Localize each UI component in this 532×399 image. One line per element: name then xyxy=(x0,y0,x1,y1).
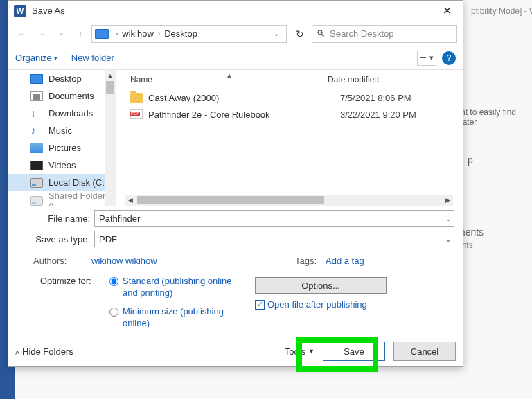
scrollbar-thumb[interactable] xyxy=(137,196,324,204)
checkbox-icon: ✓ xyxy=(255,300,265,310)
nav-row: ← → ▾ ↑ › wikihow › Desktop ⌄ ↻ 🔍︎ Searc… xyxy=(8,21,463,46)
sidebar-item-label: Local Disk (C:) xyxy=(48,177,107,188)
filename-dropdown-icon[interactable]: ⌄ xyxy=(445,215,451,222)
help-button[interactable]: ? xyxy=(442,51,456,65)
location-root-icon xyxy=(95,29,109,39)
pictures-icon xyxy=(30,143,43,153)
sidebar-item-label: Pictures xyxy=(48,143,81,153)
back-button[interactable]: ← xyxy=(14,26,30,42)
radio-label: Standard (publishing online and printing… xyxy=(123,276,240,299)
recent-dropdown[interactable]: ▾ xyxy=(53,26,69,42)
sidebar-item-local-disk[interactable]: Local Disk (C:) xyxy=(8,174,116,191)
file-name: Pathfinder 2e - Core Rulebook xyxy=(148,109,340,120)
music-icon: ♪ xyxy=(30,126,43,136)
authors-label: Authors: xyxy=(33,256,91,266)
filename-input[interactable]: Pathfinder ⌄ xyxy=(94,210,454,227)
save-type-select[interactable]: PDF ⌄ xyxy=(94,231,454,247)
radio-input[interactable] xyxy=(109,308,118,317)
save-type-dropdown-icon[interactable]: ⌄ xyxy=(445,236,451,243)
chevron-down-icon: ▼ xyxy=(308,348,314,355)
sidebar-item-label: Music xyxy=(48,125,72,136)
sidebar-item-downloads[interactable]: ↓ Downloads xyxy=(8,105,116,122)
sidebar-item-documents[interactable]: Documents xyxy=(8,87,116,105)
network-folder-icon xyxy=(30,196,43,206)
sidebar-item-shared-folders[interactable]: Shared Folders (\ xyxy=(8,191,116,206)
sidebar-item-pictures[interactable]: Pictures xyxy=(8,139,116,157)
up-button[interactable]: ↑ xyxy=(72,26,89,42)
chevron-up-icon: ʌ xyxy=(15,348,19,355)
save-type-label: Save as type: xyxy=(17,234,94,245)
word-window-title-fragment: ptibility Mode] - W xyxy=(471,6,532,16)
radio-label: Minimum size (publishing online) xyxy=(123,306,240,330)
search-input[interactable]: 🔍︎ Search Desktop xyxy=(312,25,457,43)
dialog-title: Save As xyxy=(32,6,436,16)
file-horizontal-scrollbar[interactable]: ◀ ▶ xyxy=(125,195,453,206)
file-date: 7/5/2021 8:06 PM xyxy=(340,93,411,103)
tags-input[interactable]: Add a tag xyxy=(326,256,364,266)
sidebar-item-label: Downloads xyxy=(48,108,93,118)
authors-value[interactable]: wikihow wikihow xyxy=(91,256,157,266)
hide-folders-button[interactable]: ʌ Hide Folders xyxy=(15,346,73,357)
scrollbar-thumb[interactable] xyxy=(106,81,114,94)
options-button[interactable]: Options... xyxy=(255,277,387,294)
sort-indicator-icon: ▲ xyxy=(226,71,233,79)
sidebar-item-label: Documents xyxy=(48,91,94,101)
file-date: 3/22/2021 9:20 PM xyxy=(340,109,416,120)
optimize-standard-radio[interactable]: Standard (publishing online and printing… xyxy=(109,276,240,299)
scroll-up-icon[interactable]: ▲ xyxy=(105,70,116,81)
downloads-icon: ↓ xyxy=(30,109,43,118)
videos-icon xyxy=(30,161,43,170)
view-mode-button[interactable]: ☰ ▾ xyxy=(417,51,436,66)
folder-icon xyxy=(130,93,143,103)
breadcrumb-segment[interactable]: Desktop xyxy=(164,28,197,39)
pdf-file-icon xyxy=(130,109,143,119)
optimize-minimum-radio[interactable]: Minimum size (publishing online) xyxy=(109,306,240,330)
open-after-publish-checkbox[interactable]: ✓ Open file after publishing xyxy=(255,299,387,310)
cancel-button[interactable]: Cancel xyxy=(393,342,456,361)
refresh-button[interactable]: ↻ xyxy=(290,25,309,43)
sidebar-item-label: Desktop xyxy=(48,73,82,84)
close-button[interactable]: ✕ xyxy=(436,3,457,19)
breadcrumb-segment[interactable]: wikihow xyxy=(122,28,154,39)
file-name: Cast Away (2000) xyxy=(148,93,340,103)
tools-dropdown[interactable]: Tools ▼ xyxy=(285,346,314,357)
save-fields: File name: Pathfinder ⌄ Save as type: PD… xyxy=(8,206,463,330)
titlebar: W Save As ✕ xyxy=(8,1,463,21)
sidebar-item-music[interactable]: ♪ Music xyxy=(8,122,116,139)
sidebar-item-desktop[interactable]: Desktop xyxy=(8,70,116,87)
bg-text-fragment: p xyxy=(468,154,473,166)
sidebar-item-label: Videos xyxy=(48,160,76,170)
desktop-icon xyxy=(30,74,43,84)
forward-button[interactable]: → xyxy=(33,26,50,42)
sidebar-item-videos[interactable]: Videos xyxy=(8,157,116,174)
organize-button[interactable]: Organize▾ xyxy=(15,53,57,63)
file-list-header: Name Date modified xyxy=(116,70,463,89)
toolbar: Organize▾ New folder ☰ ▾ ? xyxy=(8,46,463,70)
breadcrumb-chevron-icon[interactable]: › xyxy=(155,30,163,37)
file-row[interactable]: Pathfinder 2e - Core Rulebook 3/22/2021 … xyxy=(116,106,463,123)
filename-label: File name: xyxy=(17,213,94,224)
scroll-right-icon[interactable]: ▶ xyxy=(442,195,453,206)
scroll-left-icon[interactable]: ◀ xyxy=(125,195,136,206)
checkbox-label: Open file after publishing xyxy=(267,299,367,310)
dialog-footer: ʌ Hide Folders Tools ▼ Save Cancel xyxy=(15,342,456,361)
search-placeholder: Search Desktop xyxy=(330,28,394,39)
column-header-date[interactable]: Date modified xyxy=(328,75,463,85)
search-icon: 🔍︎ xyxy=(317,28,326,39)
disk-icon xyxy=(30,178,43,188)
sidebar-scrollbar[interactable]: ▲ xyxy=(105,70,116,206)
radio-input[interactable] xyxy=(109,277,118,286)
new-folder-button[interactable]: New folder xyxy=(71,53,114,63)
documents-icon xyxy=(30,91,43,101)
address-bar[interactable]: › wikihow › Desktop ⌄ xyxy=(91,25,287,43)
breadcrumb-dropdown-icon[interactable]: ⌄ xyxy=(269,30,283,37)
save-as-dialog: W Save As ✕ ← → ▾ ↑ › wikihow › Desktop … xyxy=(8,0,463,367)
file-row[interactable]: Cast Away (2000) 7/5/2021 8:06 PM xyxy=(116,89,463,106)
word-app-icon: W xyxy=(14,5,26,17)
breadcrumb-chevron-icon[interactable]: › xyxy=(113,30,121,37)
save-button[interactable]: Save xyxy=(323,342,385,361)
optimize-label: Optimize for: xyxy=(40,276,109,330)
dialog-body: Desktop Documents ↓ Downloads ♪ Music Pi… xyxy=(8,70,463,206)
bg-text-fragment: nt to easily find later xyxy=(461,107,532,127)
tags-label: Tags: xyxy=(295,256,326,266)
